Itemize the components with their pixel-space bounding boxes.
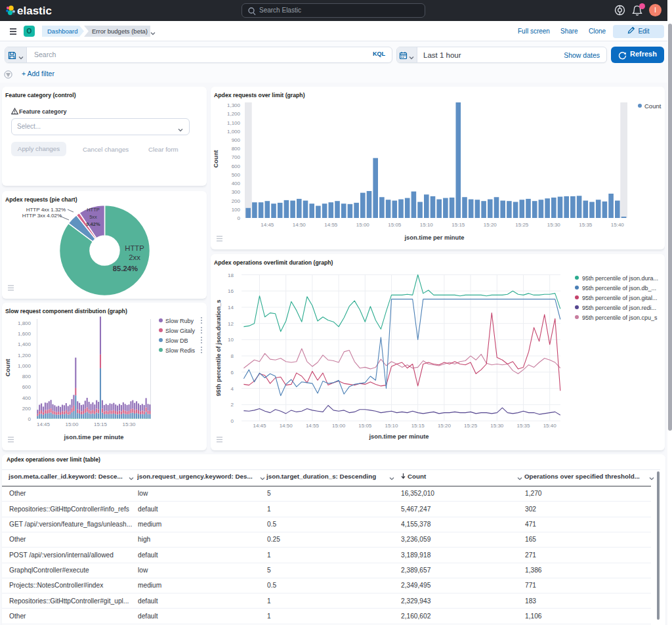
svg-text:15:35: 15:35 (579, 222, 593, 228)
svg-text:HTTP: HTTP (87, 207, 100, 213)
svg-text:15:20: 15:20 (484, 222, 497, 228)
svg-text:Count: Count (213, 150, 219, 168)
svg-text:14: 14 (228, 305, 234, 311)
svg-text:0: 0 (238, 215, 241, 221)
svg-text:15:00: 15:00 (356, 222, 370, 228)
svg-text:200: 200 (232, 198, 241, 204)
svg-text:95th percentile of json.gital.: 95th percentile of json.gital... (582, 295, 658, 301)
svg-text:8: 8 (231, 353, 234, 359)
svg-text:14:50: 14:50 (293, 222, 306, 228)
svg-text:2: 2 (231, 402, 234, 408)
svg-text:4: 4 (231, 386, 234, 392)
svg-text:15:00: 15:00 (65, 421, 79, 427)
svg-text:Slow Ruby: Slow Ruby (165, 318, 194, 324)
svg-text:95th percentile of json.db_...: 95th percentile of json.db_... (582, 285, 656, 291)
svg-text:5xx: 5xx (89, 214, 97, 220)
svg-text:15:10: 15:10 (420, 222, 434, 228)
svg-text:15:30: 15:30 (122, 421, 136, 427)
svg-text:json.time per minute: json.time per minute (64, 434, 124, 441)
svg-text:15:35: 15:35 (516, 423, 530, 429)
svg-text:15:05: 15:05 (358, 423, 372, 429)
svg-text:14:55: 14:55 (324, 222, 338, 228)
svg-text:1,200: 1,200 (227, 111, 241, 117)
svg-text:1,400: 1,400 (18, 341, 32, 347)
svg-text:15:25: 15:25 (464, 423, 478, 429)
svg-text:15:25: 15:25 (515, 222, 529, 228)
svg-text:1,100: 1,100 (227, 120, 241, 126)
svg-text:600: 600 (22, 384, 32, 390)
svg-text:600: 600 (232, 163, 241, 169)
svg-text:Slow Gitaly: Slow Gitaly (165, 328, 196, 334)
svg-text:300: 300 (232, 189, 241, 195)
svg-text:Slow Redis: Slow Redis (165, 347, 196, 354)
svg-text:500: 500 (232, 172, 241, 178)
svg-text:15:15: 15:15 (452, 222, 465, 228)
svg-text:1,800: 1,800 (18, 320, 32, 326)
svg-text:Slow DB: Slow DB (165, 337, 188, 344)
svg-text:14:55: 14:55 (306, 423, 320, 429)
svg-text:HTTP 4xx 1.32%: HTTP 4xx 1.32% (26, 207, 66, 213)
svg-text:1,300: 1,300 (227, 102, 241, 108)
svg-text:16: 16 (228, 288, 234, 294)
svg-text:15:40: 15:40 (543, 423, 557, 429)
svg-text:json.time per minute: json.time per minute (369, 433, 429, 440)
svg-text:15:40: 15:40 (611, 222, 625, 228)
svg-text:0: 0 (28, 416, 32, 422)
svg-text:95th percentile of json.durati: 95th percentile of json.duration_s (215, 299, 222, 396)
svg-text:85.24%: 85.24% (113, 265, 138, 272)
svg-text:400: 400 (232, 181, 241, 186)
svg-text:700: 700 (232, 154, 241, 160)
svg-text:15:30: 15:30 (547, 222, 561, 228)
svg-text:Count: Count (644, 102, 662, 110)
svg-text:15:15: 15:15 (94, 421, 108, 427)
svg-text:2xx: 2xx (129, 253, 140, 261)
svg-text:1,600: 1,600 (18, 331, 32, 337)
svg-text:1,000: 1,000 (18, 363, 32, 369)
svg-text:800: 800 (232, 146, 241, 152)
svg-text:1,200: 1,200 (18, 353, 32, 358)
svg-text:6: 6 (231, 370, 234, 376)
svg-text:HTTP 3xx 4.02%: HTTP 3xx 4.02% (22, 213, 62, 219)
svg-text:18: 18 (228, 272, 234, 278)
svg-text:10: 10 (228, 337, 234, 343)
svg-text:95th percentile of json.dura..: 95th percentile of json.dura... (582, 275, 658, 282)
svg-text:900: 900 (232, 137, 241, 143)
svg-text:95th percentile of json.redi..: 95th percentile of json.redi... (582, 305, 656, 311)
svg-text:400: 400 (22, 395, 32, 401)
svg-text:15:15: 15:15 (411, 423, 425, 429)
svg-text:200: 200 (22, 406, 32, 412)
svg-text:HTTP: HTTP (125, 244, 144, 252)
svg-text:Count: Count (5, 359, 11, 377)
svg-text:1,000: 1,000 (227, 129, 241, 135)
svg-text:14:50: 14:50 (280, 423, 293, 429)
svg-text:9.42%: 9.42% (86, 221, 100, 227)
svg-text:14:45: 14:45 (37, 421, 51, 427)
svg-text:12: 12 (228, 321, 234, 327)
svg-text:100: 100 (232, 207, 241, 213)
svg-text:14:45: 14:45 (253, 423, 266, 429)
svg-text:15:30: 15:30 (490, 423, 504, 429)
svg-text:800: 800 (22, 374, 32, 379)
svg-text:json.time per minute: json.time per minute (404, 234, 465, 241)
svg-text:95th percentile of json.cpu_s: 95th percentile of json.cpu_s (582, 314, 658, 321)
svg-text:15:20: 15:20 (438, 423, 452, 429)
svg-text:15:05: 15:05 (388, 222, 402, 228)
svg-text:14:45: 14:45 (261, 222, 274, 228)
svg-text:0: 0 (231, 418, 234, 424)
svg-text:15:10: 15:10 (385, 423, 398, 429)
svg-text:15:00: 15:00 (332, 423, 346, 429)
